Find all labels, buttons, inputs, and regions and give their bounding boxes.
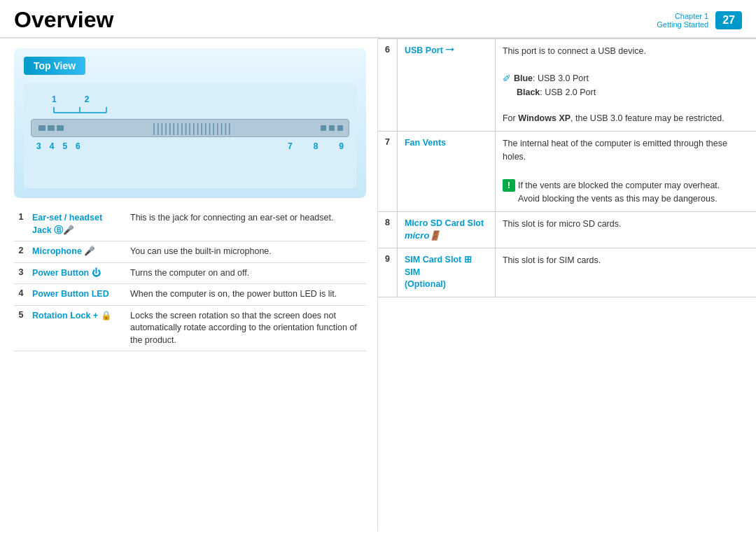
right-feature-name: USB Port ⭢ (397, 39, 495, 132)
diagram-num-4: 4 (50, 141, 55, 151)
bracket-svg (50, 106, 134, 114)
page: Overview Chapter 1 Getting Started 27 To… (0, 0, 756, 536)
header-right: Chapter 1 Getting Started 27 (657, 7, 742, 33)
left-features-table: 1 Ear-set / headset Jack Ⓑ🎤 This is the … (14, 208, 366, 351)
feature-name: Rotation Lock + 🔒 (28, 305, 126, 351)
laptop-diagram: 1 2 (24, 83, 356, 188)
usb-windows-note: For Windows XP, the USB 3.0 feature may … (503, 113, 724, 123)
feature-desc: You can use the built-in microphone. (126, 241, 366, 263)
feature-num: 3 (14, 262, 28, 284)
table-row: 7 Fan Vents The internal heat of the com… (378, 131, 756, 211)
feature-num: 2 (14, 241, 28, 263)
chapter-badge: 27 (715, 11, 742, 29)
table-row: 2 Microphone 🎤 You can use the built-in … (14, 241, 366, 263)
right-feature-num: 7 (378, 131, 397, 211)
right-port-2 (329, 125, 335, 131)
top-view-box: Top View 1 2 (14, 48, 366, 198)
table-row: 9 SIM Card Slot ⊞ SIM(Optional) This slo… (378, 248, 756, 297)
table-row: 8 Micro SD Card Slot micro🚪 This slot is… (378, 211, 756, 248)
feature-desc: This is the jack for connecting an ear-s… (126, 208, 366, 241)
right-features-table: 6 USB Port ⭢ This port is to connect a U… (378, 38, 756, 297)
warning-icon: ! (503, 179, 515, 192)
feature-name: Power Button LED (28, 284, 126, 306)
feature-name: Power Button ⏻ (28, 262, 126, 284)
page-title: Overview (14, 7, 657, 33)
right-panel: 6 USB Port ⭢ This port is to connect a U… (378, 38, 756, 531)
port-1 (38, 125, 46, 131)
right-feature-desc: This slot is for SIM cards. (495, 248, 756, 297)
warning-line: ! If the vents are blocked the computer … (503, 179, 749, 206)
usb-desc-blue: Blue: USB 3.0 Port (514, 72, 589, 85)
left-panel: Top View 1 2 (0, 38, 378, 531)
right-feature-desc: This port is to connect a USB device. ✐ … (495, 39, 756, 132)
port-2 (48, 125, 55, 131)
laptop-vents: |||||||||||||||||||| (64, 121, 321, 136)
top-view-label: Top View (24, 57, 85, 75)
chapter-label: Chapter 1 (675, 12, 708, 20)
right-feature-desc: The internal heat of the computer is emi… (495, 131, 756, 211)
main-content: Top View 1 2 (0, 38, 756, 531)
feature-desc: Locks the screen rotation so that the sc… (126, 305, 366, 351)
microsd-desc: This slot is for micro SD cards. (503, 219, 621, 229)
table-row: 3 Power Button ⏻ Turns the computer on a… (14, 262, 366, 284)
header: Overview Chapter 1 Getting Started 27 (0, 0, 756, 38)
diagram-num-8: 8 (314, 141, 318, 151)
usb-icon: ✐ (503, 71, 511, 86)
feature-num: 5 (14, 305, 28, 351)
warning-text: If the vents are blocked the computer ma… (518, 179, 720, 206)
table-row: 6 USB Port ⭢ This port is to connect a U… (378, 39, 756, 132)
microsd-icon: micro🚪 (405, 230, 488, 242)
right-feature-num: 9 (378, 248, 397, 297)
feature-name: Microphone 🎤 (28, 241, 126, 263)
table-row: 4 Power Button LED When the computer is … (14, 284, 366, 306)
diagram-num-5: 5 (62, 141, 67, 151)
right-port-1 (321, 125, 326, 131)
laptop-right-ports (321, 125, 343, 131)
feature-desc: Turns the computer on and off. (126, 262, 366, 284)
laptop-left-ports (38, 125, 64, 131)
diagram-num-7: 7 (288, 141, 293, 151)
feature-desc: When the computer is on, the power butto… (126, 284, 366, 306)
right-feature-desc: This slot is for micro SD cards. (495, 211, 756, 248)
right-feature-name: Fan Vents (397, 131, 495, 211)
port-3 (57, 125, 64, 131)
feature-name: Ear-set / headset Jack Ⓑ🎤 (28, 208, 126, 241)
getting-started-label: Getting Started (657, 20, 708, 29)
diagram-num-6: 6 (76, 141, 80, 151)
right-feature-num: 6 (378, 39, 397, 132)
feature-num: 1 (14, 208, 28, 241)
diagram-num-1: 1 (52, 94, 57, 104)
chapter-info: Chapter 1 Getting Started (657, 12, 708, 29)
table-row: 1 Ear-set / headset Jack Ⓑ🎤 This is the … (14, 208, 366, 241)
right-feature-num: 8 (378, 211, 397, 248)
right-feature-name: SIM Card Slot ⊞ SIM(Optional) (397, 248, 495, 297)
sim-desc: This slot is for SIM cards. (503, 255, 601, 265)
diagram-num-2: 2 (85, 94, 90, 104)
table-row: 5 Rotation Lock + 🔒 Locks the screen rot… (14, 305, 366, 351)
laptop-body: |||||||||||||||||||| (31, 119, 349, 137)
right-port-3 (337, 125, 343, 131)
diagram-num-9: 9 (339, 141, 344, 151)
right-feature-name: Micro SD Card Slot micro🚪 (397, 211, 495, 248)
feature-num: 4 (14, 284, 28, 306)
usb-desc-black: Black: USB 2.0 Port (517, 87, 596, 97)
diagram-num-3: 3 (36, 141, 41, 151)
